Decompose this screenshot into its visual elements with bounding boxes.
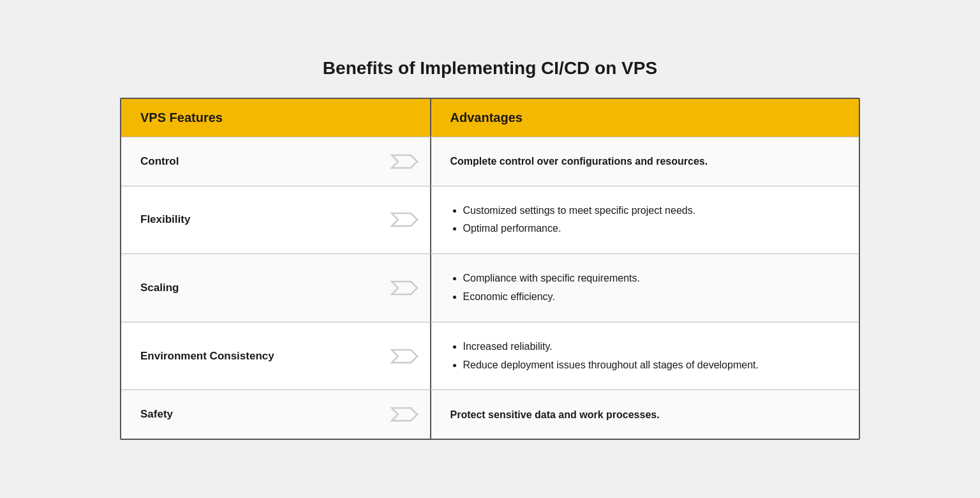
arrow-cell bbox=[379, 278, 430, 298]
list-item: Customized settings to meet specific pro… bbox=[463, 202, 696, 220]
arrow-right-icon bbox=[390, 151, 419, 172]
feature-cell-flexibility: Flexibility bbox=[121, 186, 431, 254]
feature-cell-control: Control bbox=[121, 137, 431, 186]
table-row: Safety Protect sensitive data and work p… bbox=[121, 389, 859, 439]
advantage-list-environment: Increased reliability. Reduce deployment… bbox=[450, 338, 759, 375]
list-item: Optimal performance. bbox=[463, 220, 696, 238]
arrow-cell bbox=[379, 151, 430, 172]
arrow-right-icon bbox=[390, 404, 419, 425]
header-advantages: Advantages bbox=[431, 99, 859, 137]
advantage-cell-flexibility: Customized settings to meet specific pro… bbox=[431, 186, 859, 254]
list-item: Compliance with specific requirements. bbox=[463, 269, 640, 288]
feature-label-scaling: Scaling bbox=[121, 264, 379, 312]
arrow-cell bbox=[379, 404, 430, 425]
list-item: Reduce deployment issues throughout all … bbox=[463, 356, 759, 375]
advantage-list-flexibility: Customized settings to meet specific pro… bbox=[450, 202, 696, 239]
feature-label-control: Control bbox=[121, 137, 379, 186]
page-container: Benefits of Implementing CI/CD on VPS VP… bbox=[107, 33, 873, 466]
advantage-cell-scaling: Compliance with specific requirements. E… bbox=[431, 254, 859, 322]
feature-cell-scaling: Scaling bbox=[121, 254, 431, 322]
arrow-right-icon bbox=[390, 278, 419, 298]
page-title: Benefits of Implementing CI/CD on VPS bbox=[120, 58, 860, 79]
advantage-text-safety: Protect sensitive data and work processe… bbox=[450, 407, 660, 423]
arrow-cell bbox=[379, 209, 430, 230]
feature-label-flexibility: Flexibility bbox=[121, 195, 379, 244]
list-item: Economic efficiency. bbox=[463, 288, 640, 306]
table-row: Control Complete control over configurat… bbox=[121, 137, 859, 186]
advantage-list-scaling: Compliance with specific requirements. E… bbox=[450, 269, 640, 306]
advantage-cell-environment: Increased reliability. Reduce deployment… bbox=[431, 322, 859, 390]
advantage-cell-safety: Protect sensitive data and work processe… bbox=[431, 390, 859, 439]
feature-label-environment: Environment Consistency bbox=[121, 332, 379, 381]
advantage-cell-control: Complete control over configurations and… bbox=[431, 137, 859, 186]
advantage-text-control: Complete control over configurations and… bbox=[450, 153, 708, 170]
benefits-table: VPS Features Advantages Control Complete… bbox=[120, 98, 860, 441]
arrow-right-icon bbox=[390, 209, 419, 230]
header-vps-features: VPS Features bbox=[121, 99, 431, 137]
feature-cell-environment: Environment Consistency bbox=[121, 322, 431, 390]
feature-label-safety: Safety bbox=[121, 390, 379, 439]
table-row: Scaling Compliance with specific require… bbox=[121, 253, 859, 322]
table-row: Environment Consistency Increased reliab… bbox=[121, 322, 859, 390]
arrow-cell bbox=[379, 346, 430, 366]
feature-cell-safety: Safety bbox=[121, 390, 431, 439]
table-header: VPS Features Advantages bbox=[121, 99, 859, 137]
arrow-right-icon bbox=[390, 346, 419, 366]
list-item: Increased reliability. bbox=[463, 338, 759, 356]
table-row: Flexibility Customized settings to meet … bbox=[121, 186, 859, 254]
